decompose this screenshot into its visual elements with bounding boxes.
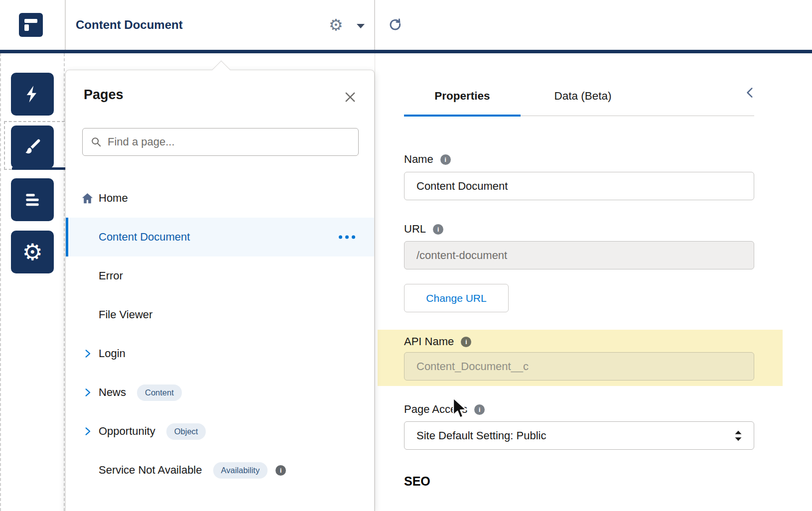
pages-panel: Pages Home Content Document (65, 70, 375, 511)
change-url-button[interactable]: Change URL (404, 284, 509, 312)
panel-pointer (212, 61, 231, 79)
select-stepper-icon (733, 429, 744, 442)
page-settings-gear-icon[interactable]: ⚙ (329, 0, 343, 50)
page-row-label: File Viewer (99, 308, 152, 321)
close-icon[interactable] (342, 89, 358, 105)
paintbrush-icon (22, 137, 42, 157)
home-icon (81, 192, 94, 205)
info-icon[interactable] (275, 465, 286, 476)
collapse-panel-chevron-icon[interactable] (744, 86, 757, 99)
info-icon[interactable] (433, 224, 443, 235)
top-bar: Content Document ⚙ (0, 0, 812, 50)
topbar-divider (65, 0, 66, 50)
chevron-right-icon[interactable] (83, 426, 93, 436)
info-icon[interactable] (440, 154, 451, 165)
page-row-label: News (99, 386, 126, 399)
name-field-label: Name (404, 153, 451, 166)
field-label-text: Page Access (404, 403, 467, 416)
page-type-badge: Object (166, 423, 206, 440)
lightning-icon (22, 84, 42, 104)
gear-icon: ⚙ (22, 241, 42, 263)
chevron-right-icon[interactable] (83, 349, 93, 359)
chevron-right-icon[interactable] (83, 387, 93, 397)
page-row-login[interactable]: Login (66, 334, 374, 373)
page-row-home[interactable]: Home (66, 179, 374, 218)
url-input (404, 241, 754, 269)
rail-item-theme[interactable] (11, 126, 54, 168)
rail-item-quick-actions[interactable] (11, 73, 54, 116)
page-row-content-document[interactable]: Content Document (66, 218, 374, 256)
tab-label: Data (Beta) (554, 90, 611, 103)
page-row-label: Home (99, 192, 128, 205)
page-row-news[interactable]: News Content (66, 373, 374, 412)
page-row-label: Login (99, 347, 126, 360)
info-icon[interactable] (474, 404, 485, 415)
page-row-opportunity[interactable]: Opportunity Object (66, 412, 374, 451)
seo-section-heading: SEO (404, 474, 430, 489)
layout-grid-icon (24, 18, 38, 32)
info-icon[interactable] (461, 337, 471, 347)
name-input[interactable] (404, 172, 754, 200)
field-label-text: URL (404, 223, 426, 236)
page-row-file-viewer[interactable]: File Viewer (66, 295, 374, 334)
tab-data-beta[interactable]: Data (Beta) (521, 76, 645, 116)
page-switcher-caret-icon[interactable] (357, 24, 365, 28)
page-access-field-label: Page Access (404, 403, 485, 416)
api-name-input (404, 352, 754, 381)
rail-item-settings[interactable]: ⚙ (11, 231, 54, 273)
page-type-badge: Content (137, 384, 182, 401)
field-label-text: API Name (404, 335, 454, 348)
page-row-label: Content Document (99, 231, 190, 244)
pages-panel-title: Pages (84, 87, 124, 103)
text-list-icon (23, 190, 42, 209)
properties-panel: Properties Data (Beta) Name URL Change U… (375, 53, 812, 511)
refresh-icon[interactable] (388, 17, 404, 35)
page-row-label: Service Not Available (99, 464, 202, 477)
topbar-divider (374, 0, 375, 50)
page-search-input[interactable] (108, 135, 350, 148)
page-search-box (82, 128, 359, 156)
search-icon (91, 136, 102, 147)
page-row-label: Opportunity (99, 425, 155, 438)
page-row-label: Error (99, 269, 123, 282)
field-label-text: Name (404, 153, 433, 166)
row-actions-ellipsis-icon[interactable] (339, 236, 355, 239)
api-name-field-label: API Name (404, 335, 471, 348)
page-type-badge: Availability (213, 462, 268, 479)
tab-properties[interactable]: Properties (404, 76, 521, 116)
page-access-select[interactable]: Site Default Setting: Public (404, 421, 754, 450)
experience-builder: Content Document ⚙ ⚙ (0, 0, 812, 511)
panel-tabs: Properties Data (Beta) (404, 76, 754, 116)
url-field-label: URL (404, 223, 443, 236)
select-value: Site Default Setting: Public (416, 429, 733, 442)
tab-label: Properties (434, 90, 490, 103)
current-page-title: Content Document (76, 0, 183, 50)
builder-logo-icon[interactable] (19, 13, 43, 37)
pages-list: Home Content Document Error File Viewer … (66, 179, 374, 490)
page-row-error[interactable]: Error (66, 256, 374, 295)
canvas-left-gutter (0, 53, 65, 511)
rail-item-content[interactable] (11, 178, 54, 221)
page-row-service-not-available[interactable]: Service Not Available Availability (66, 451, 374, 490)
topbar-accent-bar (0, 50, 812, 53)
